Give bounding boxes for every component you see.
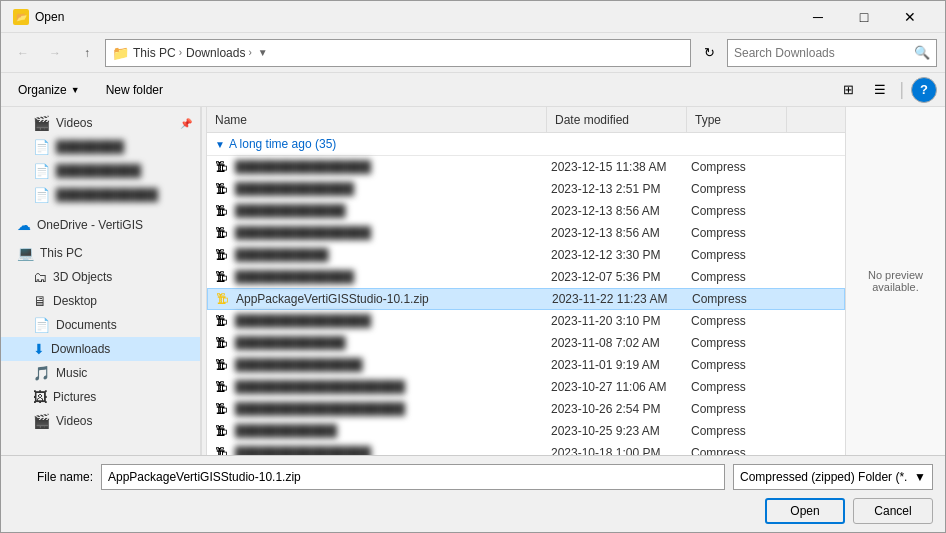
maximize-button[interactable]: □ xyxy=(841,2,887,32)
file-type-select[interactable]: Compressed (zipped) Folder (*. ▼ xyxy=(733,464,933,490)
sidebar-item-videos2[interactable]: 🎬 Videos xyxy=(1,409,200,433)
col-header-date[interactable]: Date modified xyxy=(547,107,687,133)
sidebar-item-pictures[interactable]: 🖼 Pictures xyxy=(1,385,200,409)
file-type: Compress xyxy=(687,226,787,240)
group-label: A long time ago (35) xyxy=(229,137,336,151)
file-icon: 🗜 xyxy=(211,178,231,200)
search-box: 🔍 xyxy=(727,39,937,67)
file-name: ████████████████ xyxy=(231,160,547,174)
file-name: ████████████████ xyxy=(231,226,547,240)
dialog-icon: 📂 xyxy=(13,9,29,25)
title-bar: 📂 Open ─ □ ✕ xyxy=(1,1,945,33)
3dobjects-icon: 🗂 xyxy=(33,269,47,285)
file-date: 2023-12-12 3:30 PM xyxy=(547,248,687,262)
sidebar-item-blurred2[interactable]: 📄 ██████████ xyxy=(1,159,200,183)
main-content: 🎬 Videos 📌 📄 ████████ 📄 ██████████ 📄 ███… xyxy=(1,107,945,455)
file-icon: 🗜 xyxy=(211,244,231,266)
sidebar-item-documents[interactable]: 📄 Documents xyxy=(1,313,200,337)
table-row[interactable]: 🗜 ███████████████ 2023-11-01 9:19 AM Com… xyxy=(207,354,845,376)
file-date: 2023-12-07 5:36 PM xyxy=(547,270,687,284)
toolbar: Organize ▼ New folder ⊞ ☰ │ ? xyxy=(1,73,945,107)
table-row[interactable]: 🗜 ████████████████ 2023-10-18 1:00 PM Co… xyxy=(207,442,845,455)
file-type: Compress xyxy=(687,424,787,438)
group-chevron-icon: ▼ xyxy=(215,139,225,150)
table-row[interactable]: 🗜 ██████████████ 2023-12-13 2:51 PM Comp… xyxy=(207,178,845,200)
sidebar-item-thispc[interactable]: 💻 This PC xyxy=(1,241,200,265)
file-date: 2023-11-01 9:19 AM xyxy=(547,358,687,372)
file-list-header: Name Date modified Type xyxy=(207,107,845,133)
table-row[interactable]: 🗜 ███████████ 2023-12-12 3:30 PM Compres… xyxy=(207,244,845,266)
view-toggle-button[interactable]: ⊞ xyxy=(834,77,862,103)
cancel-button[interactable]: Cancel xyxy=(853,498,933,524)
search-icon: 🔍 xyxy=(914,45,930,60)
close-button[interactable]: ✕ xyxy=(887,2,933,32)
title-bar-left: 📂 Open xyxy=(13,9,64,25)
help-button[interactable]: ? xyxy=(911,77,937,103)
table-row[interactable]: 🗜 █████████████ 2023-12-13 8:56 AM Compr… xyxy=(207,200,845,222)
col-header-type[interactable]: Type xyxy=(687,107,787,133)
sidebar: 🎬 Videos 📌 📄 ████████ 📄 ██████████ 📄 ███… xyxy=(1,107,201,455)
file-type-chevron-icon: ▼ xyxy=(914,470,926,484)
forward-button[interactable]: → xyxy=(41,39,69,67)
file-date: 2023-11-20 3:10 PM xyxy=(547,314,687,328)
file-name-label: File name: xyxy=(13,470,93,484)
toolbar-right: ⊞ ☰ │ ? xyxy=(834,77,937,103)
up-button[interactable]: ↑ xyxy=(73,39,101,67)
file-name-field[interactable] xyxy=(101,464,725,490)
sidebar-item-downloads[interactable]: ⬇ Downloads xyxy=(1,337,200,361)
file-area: Name Date modified Type ▼ A long time ag… xyxy=(207,107,945,455)
file-icon: 🗜 xyxy=(211,200,231,222)
search-input[interactable] xyxy=(734,46,914,60)
col-header-name[interactable]: Name xyxy=(207,107,547,133)
file-type: Compress xyxy=(687,182,787,196)
organize-button[interactable]: Organize ▼ xyxy=(9,77,89,103)
file-type: Compress xyxy=(687,160,787,174)
file-date: 2023-10-26 2:54 PM xyxy=(547,402,687,416)
table-row-selected[interactable]: 🗜 AppPackageVertiGISStudio-10.1.zip 2023… xyxy=(207,288,845,310)
path-segment-thispc: This PC › xyxy=(133,46,182,60)
table-row[interactable]: 🗜 ████████████████ 2023-12-15 11:38 AM C… xyxy=(207,156,845,178)
file-icon: 🗜 xyxy=(211,398,231,420)
table-row[interactable]: 🗜 ████████████ 2023-10-25 9:23 AM Compre… xyxy=(207,420,845,442)
file-icon: 🗜 xyxy=(211,332,231,354)
documents-icon: 📄 xyxy=(33,317,50,333)
sidebar-item-3dobjects[interactable]: 🗂 3D Objects xyxy=(1,265,200,289)
table-row[interactable]: 🗜 ████████████████ 2023-11-20 3:10 PM Co… xyxy=(207,310,845,332)
file-type: Compress xyxy=(687,402,787,416)
file-name-selected: AppPackageVertiGISStudio-10.1.zip xyxy=(232,292,548,306)
file-icon: 🗜 xyxy=(211,266,231,288)
view-details-button[interactable]: ☰ xyxy=(866,77,894,103)
sidebar-item-blurred1[interactable]: 📄 ████████ xyxy=(1,135,200,159)
table-row[interactable]: 🗜 ██████████████ 2023-12-07 5:36 PM Comp… xyxy=(207,266,845,288)
sidebar-item-music[interactable]: 🎵 Music xyxy=(1,361,200,385)
table-row[interactable]: 🗜 █████████████ 2023-11-08 7:02 AM Compr… xyxy=(207,332,845,354)
file-date: 2023-11-22 11:23 AM xyxy=(548,292,688,306)
file-list-container: Name Date modified Type ▼ A long time ag… xyxy=(207,107,845,455)
file-icon: 🗜 xyxy=(211,354,231,376)
open-button[interactable]: Open xyxy=(765,498,845,524)
file-name: █████████████ xyxy=(231,336,547,350)
sidebar-item-desktop[interactable]: 🖥 Desktop xyxy=(1,289,200,313)
table-row[interactable]: 🗜 ████████████████████ 2023-10-26 2:54 P… xyxy=(207,398,845,420)
file-date: 2023-10-18 1:00 PM xyxy=(547,446,687,456)
address-path[interactable]: 📁 This PC › Downloads › ▼ xyxy=(105,39,691,67)
file-type: Compress xyxy=(687,336,787,350)
address-bar: ← → ↑ 📁 This PC › Downloads › ▼ ↻ 🔍 xyxy=(1,33,945,73)
file-name: ██████████████ xyxy=(231,270,547,284)
file-type: Compress xyxy=(687,204,787,218)
minimize-button[interactable]: ─ xyxy=(795,2,841,32)
file-type: Compress xyxy=(687,358,787,372)
table-row[interactable]: 🗜 ████████████████████ 2023-10-27 11:06 … xyxy=(207,376,845,398)
sidebar-item-videos-pinned[interactable]: 🎬 Videos 📌 xyxy=(1,111,200,135)
file-type-value: Compressed (zipped) Folder (*. xyxy=(740,470,907,484)
file-date: 2023-10-27 11:06 AM xyxy=(547,380,687,394)
file-icon: 🗜 xyxy=(211,420,231,442)
bottom-bar: File name: Compressed (zipped) Folder (*… xyxy=(1,455,945,532)
file-type: Compress xyxy=(687,270,787,284)
table-row[interactable]: 🗜 ████████████████ 2023-12-13 8:56 AM Co… xyxy=(207,222,845,244)
refresh-button[interactable]: ↻ xyxy=(695,39,723,67)
sidebar-item-onedrive[interactable]: ☁ OneDrive - VertiGIS xyxy=(1,213,200,237)
back-button[interactable]: ← xyxy=(9,39,37,67)
new-folder-button[interactable]: New folder xyxy=(97,77,172,103)
sidebar-item-blurred3[interactable]: 📄 ████████████ xyxy=(1,183,200,207)
